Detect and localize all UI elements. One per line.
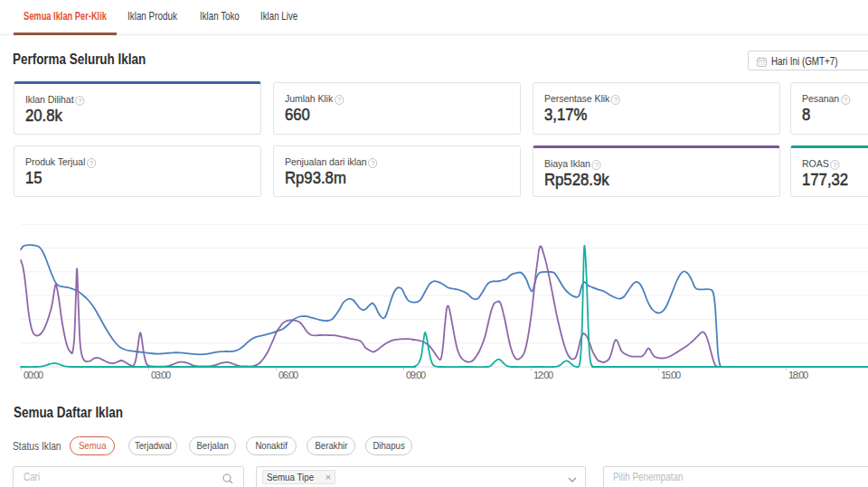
svg-text:03:00: 03:00 [151,370,171,380]
svg-text:09:00: 09:00 [406,370,426,380]
svg-text:12:00: 12:00 [533,370,553,380]
svg-text:00:00: 00:00 [24,370,43,380]
svg-text:15:00: 15:00 [661,370,681,380]
svg-text:18:00: 18:00 [788,370,808,380]
svg-text:06:00: 06:00 [278,370,298,380]
